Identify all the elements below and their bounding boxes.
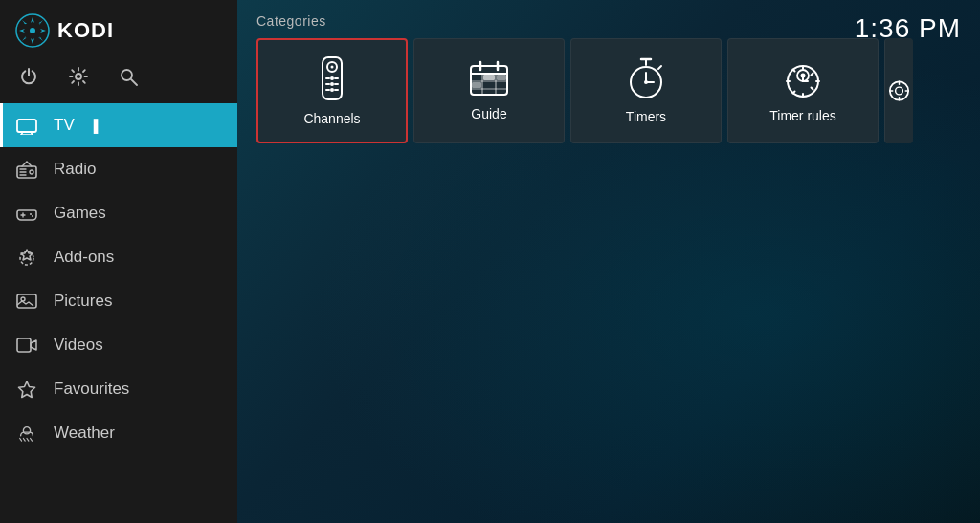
cursor-indicator: ▌	[94, 119, 102, 133]
sidebar-item-favourites[interactable]: Favourites	[0, 367, 237, 411]
svg-point-18	[30, 170, 33, 174]
svg-point-37	[331, 66, 334, 69]
sidebar-icon-bar	[0, 57, 237, 103]
sidebar-item-pictures[interactable]: Pictures	[0, 279, 237, 323]
radio-label: Radio	[54, 160, 96, 179]
addons-label: Add-ons	[54, 248, 114, 267]
svg-line-34	[31, 438, 33, 441]
tv-icon	[15, 114, 38, 137]
svg-point-44	[330, 76, 334, 80]
svg-point-25	[32, 215, 33, 217]
category-tile-partial	[884, 38, 913, 143]
channels-tile-icon	[313, 55, 351, 101]
tv-label: TV	[54, 116, 75, 135]
svg-rect-13	[17, 120, 36, 132]
svg-marker-1	[31, 17, 34, 23]
sidebar-nav: TV ▌ Radio	[0, 103, 237, 523]
svg-point-10	[76, 74, 81, 79]
svg-marker-2	[31, 38, 34, 44]
games-label: Games	[54, 204, 106, 223]
category-tile-channels[interactable]: Channels	[256, 38, 408, 143]
sidebar-item-radio[interactable]: Radio	[0, 147, 237, 191]
power-button[interactable]	[15, 63, 42, 90]
svg-point-46	[330, 88, 334, 92]
sidebar-header: KODI	[0, 0, 237, 57]
timers-tile-icon	[627, 57, 665, 99]
kodi-logo-icon	[15, 13, 50, 48]
search-button[interactable]	[115, 63, 142, 90]
sidebar-item-tv[interactable]: TV ▌	[0, 103, 237, 147]
timer-rules-tile-label: Timer rules	[769, 108, 836, 123]
svg-marker-5	[22, 20, 27, 25]
clock-display: 1:36 PM	[855, 13, 961, 44]
svg-rect-56	[472, 82, 481, 88]
settings-button[interactable]	[65, 63, 92, 90]
svg-marker-6	[38, 36, 43, 41]
favourites-icon	[15, 378, 38, 401]
timers-tile-label: Timers	[626, 109, 666, 124]
svg-rect-29	[17, 338, 31, 352]
svg-line-31	[20, 438, 22, 441]
svg-rect-55	[483, 75, 495, 80]
sidebar-item-videos[interactable]: Videos	[0, 323, 237, 367]
svg-line-12	[131, 79, 137, 85]
svg-point-70	[896, 87, 903, 95]
pictures-label: Pictures	[54, 292, 112, 311]
guide-tile-icon	[469, 60, 509, 97]
categories-grid: Channels	[237, 38, 980, 143]
svg-point-9	[30, 28, 35, 33]
svg-marker-8	[38, 20, 43, 25]
sidebar-item-weather[interactable]: Weather	[0, 411, 237, 455]
channels-tile-label: Channels	[303, 111, 360, 126]
weather-label: Weather	[54, 424, 115, 443]
svg-point-11	[122, 70, 132, 80]
videos-icon	[15, 334, 38, 357]
svg-point-64	[644, 80, 648, 84]
sidebar-item-games[interactable]: Games	[0, 191, 237, 235]
videos-label: Videos	[54, 336, 103, 355]
svg-marker-3	[19, 29, 25, 33]
svg-rect-57	[497, 75, 506, 80]
sidebar: KODI	[0, 0, 237, 523]
sidebar-item-addons[interactable]: Add-ons	[0, 235, 237, 279]
timer-rules-tile-icon	[784, 58, 822, 98]
svg-line-61	[658, 66, 661, 69]
svg-marker-4	[40, 29, 46, 33]
svg-point-28	[21, 297, 25, 301]
pictures-icon	[15, 290, 38, 313]
weather-icon	[15, 422, 38, 445]
category-tile-timers[interactable]: Timers	[570, 38, 722, 143]
addons-icon	[15, 246, 38, 269]
svg-line-32	[23, 438, 25, 441]
favourites-label: Favourites	[54, 380, 129, 399]
guide-tile-label: Guide	[471, 106, 506, 121]
svg-line-33	[27, 438, 29, 441]
main-content: 1:36 PM Categories	[237, 0, 980, 523]
app-title: KODI	[57, 18, 114, 43]
svg-marker-7	[22, 36, 27, 41]
radio-icon	[15, 158, 38, 181]
category-tile-timer-rules[interactable]: Timer rules	[727, 38, 879, 143]
svg-point-24	[30, 213, 32, 215]
category-tile-guide[interactable]: Guide	[413, 38, 565, 143]
svg-point-45	[330, 82, 334, 86]
games-icon	[15, 202, 38, 225]
svg-point-30	[23, 427, 30, 434]
